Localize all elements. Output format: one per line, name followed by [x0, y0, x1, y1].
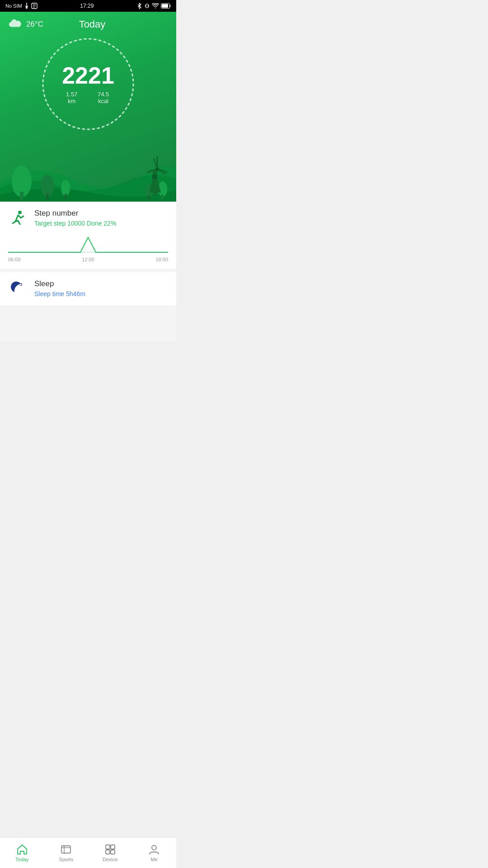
running-icon-svg — [8, 209, 28, 229]
svg-rect-15 — [148, 195, 150, 200]
time-label-2: 12:00 — [82, 257, 94, 262]
wifi-icon — [152, 3, 159, 9]
status-right — [136, 3, 171, 9]
hero-top-bar: 26°C Today — [0, 12, 176, 31]
temperature: 26°C — [26, 20, 43, 29]
svg-point-27 — [18, 211, 22, 214]
usb2-icon — [31, 3, 38, 9]
svg-point-26 — [155, 167, 159, 171]
calories-value: 74.5 kcal — [92, 91, 114, 104]
sleep-icon-svg: z — [8, 279, 28, 299]
step-card-subtitle: Target step 10000 Done 22% — [34, 220, 168, 227]
step-count: 2221 — [62, 64, 114, 87]
cloud-icon — [8, 18, 23, 31]
svg-rect-3 — [145, 5, 145, 7]
svg-text:z: z — [20, 282, 23, 287]
sleep-icon: z — [8, 279, 28, 299]
svg-rect-9 — [20, 192, 23, 200]
battery-icon — [161, 3, 171, 9]
step-ring-container: 2221 1.57 km 74.5 kcal — [38, 34, 138, 134]
step-chart-svg — [8, 235, 168, 260]
svg-rect-20 — [152, 175, 157, 179]
svg-rect-0 — [26, 7, 28, 9]
step-card-title: Step number — [34, 209, 168, 218]
cards-section: Step number Target step 10000 Done 22% 0… — [0, 202, 176, 341]
svg-rect-4 — [149, 5, 149, 7]
step-number-card[interactable]: Step number Target step 10000 Done 22% 0… — [0, 202, 176, 269]
chart-time-labels: 06:00 12:00 18:00 — [8, 257, 168, 262]
step-chart-area: 06:00 12:00 18:00 — [8, 235, 168, 262]
step-card-info: Step number Target step 10000 Done 22% — [34, 209, 168, 227]
landscape-svg — [0, 143, 176, 202]
page-title: Today — [79, 19, 106, 30]
step-icon — [8, 209, 28, 229]
no-sim-text: No SIM — [5, 3, 22, 9]
svg-rect-2 — [146, 4, 148, 8]
step-card-header: Step number Target step 10000 Done 22% — [8, 209, 168, 229]
landscape-illustration — [0, 143, 176, 202]
svg-rect-6 — [162, 4, 168, 8]
weather-info: 26°C — [8, 18, 43, 31]
vibrate-icon — [144, 3, 150, 9]
sleep-card-title: Sleep — [34, 279, 168, 288]
sleep-card-info: Sleep Sleep time 5h46m — [34, 279, 168, 297]
svg-rect-11 — [46, 193, 49, 200]
distance-value: 1.57 km — [62, 91, 81, 104]
svg-point-12 — [61, 180, 70, 196]
sleep-card-subtitle: Sleep time 5h46m — [34, 290, 168, 297]
status-left: No SIM — [5, 3, 38, 9]
usb-icon — [24, 3, 29, 9]
sleep-card[interactable]: z Sleep Sleep time 5h46m — [0, 272, 176, 306]
svg-rect-13 — [65, 194, 67, 199]
svg-rect-17 — [161, 194, 164, 199]
time-label-3: 18:00 — [155, 257, 168, 262]
ring-center-text: 2221 1.57 km 74.5 kcal — [62, 64, 114, 104]
status-bar: No SIM 17:29 — [0, 0, 176, 12]
sleep-card-header: z Sleep Sleep time 5h46m — [8, 279, 168, 299]
stats-row: 1.57 km 74.5 kcal — [62, 91, 114, 104]
time-label-1: 06:00 — [8, 257, 21, 262]
bluetooth-icon — [136, 3, 142, 9]
hero-section: 26°C Today 2221 1.57 km 74.5 kcal — [0, 12, 176, 202]
status-time: 17:29 — [80, 3, 94, 9]
